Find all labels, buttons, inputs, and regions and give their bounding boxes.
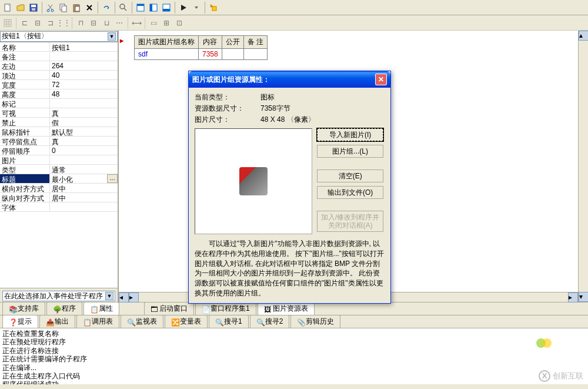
property-value[interactable] [50, 99, 118, 108]
property-value[interactable]: 通常 [50, 165, 118, 174]
property-row[interactable]: 停留顺序0 [0, 146, 118, 155]
property-value[interactable]: 假 [50, 118, 118, 127]
tab-cliphistory[interactable]: 📎剪辑历史 [290, 315, 340, 328]
window-layout2-icon[interactable] [147, 1, 160, 14]
run-icon[interactable] [177, 1, 190, 14]
property-value[interactable]: 按钮1 [50, 42, 118, 51]
property-row[interactable]: 左边264 [0, 61, 118, 71]
import-image-button[interactable]: 导入新图片(I) [317, 128, 383, 141]
property-row[interactable]: 类型通常 [0, 165, 118, 174]
property-row[interactable]: 字体 [0, 202, 118, 212]
scroll-down-icon[interactable]: ▾ [579, 292, 588, 302]
property-row[interactable]: 标题最小化… [0, 174, 118, 184]
output-line: 正在预处理现行程序 [2, 338, 586, 346]
tab-search1[interactable]: 🔍搜寻1 [209, 315, 249, 328]
tab-image-resource[interactable]: 🖼图片资源表 [258, 302, 315, 315]
code-icon: 📄 [202, 305, 209, 312]
col-note[interactable]: 备 注 [243, 36, 267, 49]
output-file-button[interactable]: 输出到文件(O) [317, 186, 383, 199]
tab-watch[interactable]: 🔍监视表 [121, 315, 163, 328]
property-row[interactable]: 鼠标指针默认型 [0, 127, 118, 137]
property-value[interactable] [50, 202, 118, 211]
cell-public[interactable] [222, 49, 243, 60]
property-row[interactable]: 高度48 [0, 89, 118, 99]
property-value[interactable]: 真 [50, 137, 118, 145]
property-value[interactable] [50, 52, 118, 61]
col-content[interactable]: 内容 [199, 36, 222, 49]
tab-hint[interactable]: ❓提示 [2, 315, 38, 328]
window-layout1-icon[interactable] [134, 1, 147, 14]
event-selector[interactable]: 在此处选择加入事件处理子程序 ▼ [2, 291, 115, 301]
scroll-up-icon[interactable]: ▴ [579, 31, 588, 41]
property-value[interactable]: 居中 [50, 184, 118, 192]
property-value[interactable] [50, 155, 118, 164]
tab-program[interactable]: 🌳程序 [46, 302, 82, 315]
tab-property[interactable]: 📋属性 [83, 302, 119, 315]
tool-icon[interactable] [207, 1, 220, 14]
property-value[interactable]: 72 [50, 80, 118, 89]
property-row[interactable]: 图片 [0, 155, 118, 165]
col-name[interactable]: 图片或图片组名称 [135, 36, 199, 49]
tab-window-procset[interactable]: 📄窗口程序集1 [195, 302, 256, 315]
undo-icon[interactable] [100, 1, 113, 14]
property-value[interactable]: 48 [50, 89, 118, 98]
window-layout3-icon[interactable] [160, 1, 173, 14]
property-grid[interactable]: 名称按钮1备注左边264顶边40宽度72高度48标记可视真禁止假鼠标指针默认型可… [0, 42, 118, 274]
tab-support-lib[interactable]: 📚支持库 [2, 302, 45, 315]
chevron-down-icon[interactable]: ▼ [108, 32, 116, 41]
scroll-right-icon[interactable]: ▸ [129, 292, 139, 302]
dialog-titlebar[interactable]: 图片或图片组资源属性： ✕ [189, 71, 390, 88]
col-public[interactable]: 公开 [222, 36, 243, 49]
chevron-down-icon[interactable]: ▼ [105, 292, 113, 300]
cell-note[interactable] [243, 49, 267, 60]
open-file-icon[interactable] [14, 1, 27, 14]
property-value[interactable]: 默认型 [50, 127, 118, 136]
clear-button[interactable]: 清空(E) [317, 169, 383, 182]
save-icon[interactable] [27, 1, 40, 14]
cut-icon[interactable] [44, 1, 57, 14]
close-icon[interactable]: ✕ [375, 74, 387, 85]
info-value: 7358字节 [260, 104, 290, 114]
cell-content[interactable]: 7358 [199, 49, 222, 60]
property-value[interactable]: 264 [50, 61, 118, 70]
property-value[interactable]: 0 [50, 146, 118, 155]
property-row[interactable]: 备注 [0, 52, 118, 61]
tab-calltable[interactable]: 📋调用表 [76, 315, 119, 328]
property-label: 可停留焦点 [0, 137, 50, 145]
property-row[interactable]: 纵向对齐方式居中 [0, 193, 118, 202]
property-ellipsis-button[interactable]: … [107, 174, 118, 183]
copy-icon[interactable] [57, 1, 70, 14]
tab-output[interactable]: 📤输出 [39, 315, 75, 328]
property-value[interactable]: 真 [50, 108, 118, 117]
property-value[interactable]: 40 [50, 71, 118, 79]
property-value[interactable]: 居中 [50, 193, 118, 202]
property-row[interactable]: 可停留焦点真 [0, 137, 118, 146]
group3-icon: ⊡ [173, 16, 186, 29]
delete-icon[interactable] [83, 1, 96, 14]
property-row[interactable]: 顶边40 [0, 71, 118, 80]
resource-table[interactable]: 图片或图片组名称 内容 公开 备 注 sdf 7358 [134, 35, 268, 60]
image-group-button[interactable]: 图片组...(L) [317, 145, 383, 158]
find-icon[interactable] [117, 1, 130, 14]
property-row[interactable]: 禁止假 [0, 118, 118, 127]
tab-search2[interactable]: 🔍搜寻2 [250, 315, 290, 328]
property-row[interactable]: 标记 [0, 99, 118, 108]
tab-variables[interactable]: 🔀变量表 [165, 315, 208, 328]
property-row[interactable]: 横向对齐方式居中 [0, 184, 118, 193]
align-top-icon: ⊓ [74, 16, 87, 29]
cell-name[interactable]: sdf [135, 49, 199, 60]
output-area[interactable]: X 创新互联 正在检查重复名称正在预处理现行程序正在进行名称连接正在统计需要编译… [0, 328, 588, 384]
table-row[interactable]: sdf 7358 [135, 49, 268, 60]
ruler-mark-icon: ▸ [120, 36, 123, 45]
scroll-end-icon[interactable]: ▸ [568, 292, 578, 302]
property-row[interactable]: 宽度72 [0, 80, 118, 89]
property-value[interactable]: 最小化 [50, 174, 107, 183]
dropdown-icon[interactable] [190, 1, 203, 14]
tab-startup-window[interactable]: 🗔启动窗口 [144, 302, 194, 315]
scroll-left-icon[interactable]: ◂ [119, 292, 129, 302]
new-file-icon[interactable] [1, 1, 14, 14]
property-row[interactable]: 可视真 [0, 108, 118, 118]
property-row[interactable]: 名称按钮1 [0, 42, 118, 52]
object-combo[interactable]: 按钮1〈按钮〉 ▼ [0, 31, 118, 42]
paste-icon[interactable] [70, 1, 83, 14]
